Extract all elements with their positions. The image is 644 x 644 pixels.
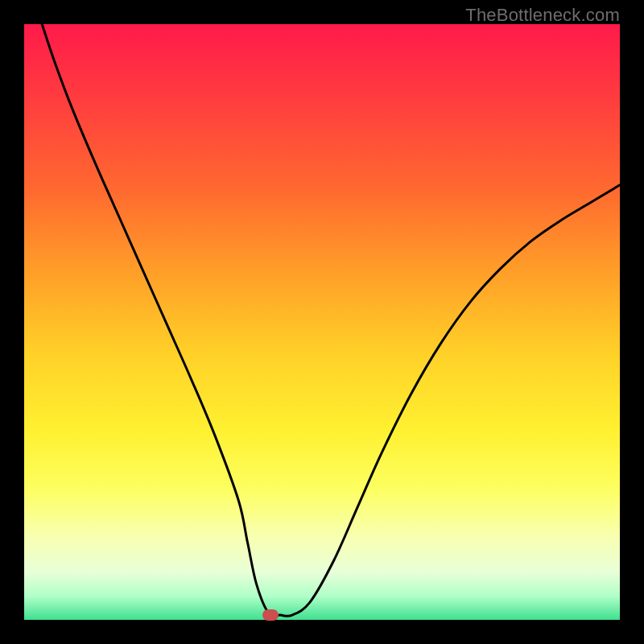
bottleneck-curve — [24, 24, 620, 620]
bottleneck-marker — [262, 609, 279, 621]
plot-area — [23, 23, 621, 621]
chart-container: TheBottleneck.com — [0, 0, 644, 644]
